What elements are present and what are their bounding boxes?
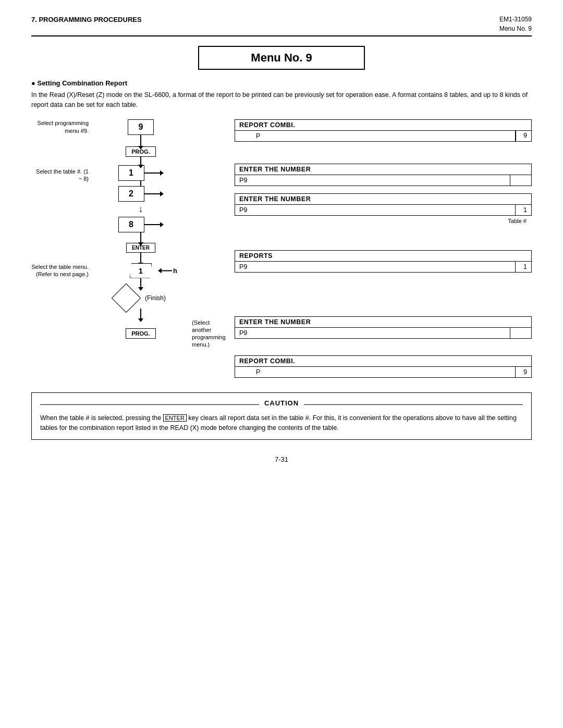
doc-ref: EM1-31059 Menu No. 9	[499, 16, 532, 32]
fc-label-3: Select the table menu. (Refer to next pa…	[31, 263, 94, 278]
fc-prog2-box: PROG.	[126, 328, 155, 339]
caution-line-left	[40, 404, 259, 405]
caution-box: CAUTION When the table # is selected, pr…	[31, 392, 532, 440]
fc-num2-box: 2	[118, 186, 144, 202]
display-6: REPORT COMBI. P 9	[235, 355, 532, 378]
intro-text: In the Read (X)/Reset (Z) mode on the SL…	[31, 90, 532, 110]
display-1-cell-p: P	[235, 131, 516, 141]
display-1: REPORT COMBI. P 9	[235, 119, 532, 142]
fc-h-label: h	[172, 267, 177, 275]
fc-num8-box: 8	[118, 217, 144, 232]
fc-finish-label: (Finish)	[145, 294, 166, 302]
caution-text: When the table # is selected, pressing t…	[40, 413, 523, 434]
display-4: REPORTS P9 1	[235, 250, 532, 273]
display-3-title: ENTER THE NUMBER	[235, 194, 531, 205]
display-3-cell-p9: P9	[235, 205, 516, 215]
display-4-cell-val: 1	[516, 262, 531, 272]
display-2-row: P9	[235, 175, 531, 186]
display-5-cell-val	[510, 328, 531, 338]
menu-title-box: Menu No. 9	[198, 46, 365, 70]
fc-ellipsis: ↓	[139, 204, 143, 215]
page-number: 7-31	[31, 455, 532, 463]
section-title: 7. PROGRAMMING PROCEDURES	[31, 16, 142, 23]
page-header: 7. PROGRAMMING PROCEDURES EM1-31059 Menu…	[31, 16, 532, 32]
display-6-row: P 9	[235, 367, 531, 377]
flowchart-col: Select programming menu #9. 9 PROG.	[31, 119, 229, 349]
display-5-title: ENTER THE NUMBER	[235, 317, 531, 328]
display-6-cell-val: 9	[516, 367, 531, 377]
header-divider	[31, 35, 532, 36]
fc-num9-box: 9	[128, 119, 154, 135]
display-3-footnote: Table #	[235, 218, 532, 224]
display-1-title: REPORT COMBI.	[235, 120, 531, 131]
caution-header: CAUTION	[40, 399, 523, 410]
fc-label-2: Select the table #. (1 ~ 8)	[31, 165, 94, 183]
enter-key-badge: ENTER	[163, 414, 187, 422]
fc-select-another-label: (Select another programming menu.)	[188, 319, 229, 349]
display-2-cell-p9: P9	[235, 175, 510, 186]
display-6-title: REPORT COMBI.	[235, 356, 531, 367]
display-col: REPORT COMBI. P 9 ENTER THE NUMBER P9	[229, 119, 532, 380]
display-3-row: P9 1	[235, 205, 531, 215]
caution-title: CAUTION	[264, 399, 299, 407]
fc-label-1: Select programming menu #9.	[31, 119, 94, 134]
display-5: ENTER THE NUMBER P9	[235, 316, 532, 339]
display-4-title: REPORTS	[235, 251, 531, 262]
display-2: ENTER THE NUMBER P9	[235, 164, 532, 186]
display-5-row: P9	[235, 328, 531, 338]
display-3: ENTER THE NUMBER P9 1	[235, 193, 532, 216]
bullet-heading: ● Setting Combination Report	[31, 79, 532, 87]
display-3-cell-val: 1	[516, 205, 531, 215]
display-1-row: P 9	[235, 131, 531, 141]
display-2-title: ENTER THE NUMBER	[235, 164, 531, 175]
caution-line-right	[304, 404, 523, 405]
content-area: Select programming menu #9. 9 PROG.	[31, 119, 532, 380]
display-4-row: P9 1	[235, 262, 531, 272]
display-1-cell-val: 9	[516, 131, 531, 141]
display-2-cell-val	[510, 175, 531, 186]
display-4-cell-p9: P9	[235, 262, 516, 272]
display-5-cell-p9: P9	[235, 328, 510, 338]
fc-select1-box: 1	[130, 263, 152, 278]
display-6-cell-p: P	[235, 367, 516, 377]
